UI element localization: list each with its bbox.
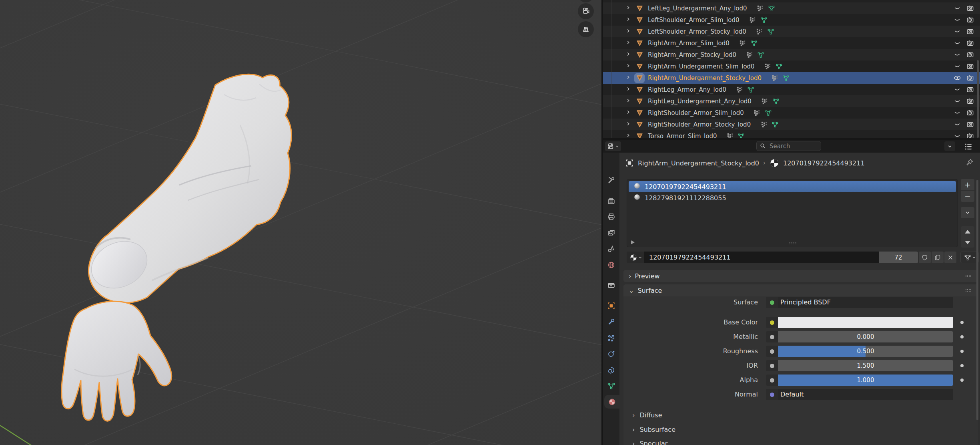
surface-menu[interactable]: Principled BSDF [766, 297, 953, 308]
expand-chevron-icon[interactable] [625, 51, 634, 58]
ior-slider[interactable]: 1.500 [766, 360, 953, 371]
pin-icon[interactable] [966, 158, 974, 166]
header-options-button[interactable] [963, 141, 974, 151]
move-slot-down-button[interactable] [961, 237, 974, 248]
expand-chevron-icon[interactable] [625, 39, 634, 47]
camera-restrict-icon[interactable] [966, 27, 974, 36]
outliner-row[interactable]: RightArm_Undergarment_Slim_lod0 [603, 60, 980, 72]
outliner-row[interactable]: RightArm_Armor_Stocky_lod0 [603, 49, 980, 60]
camera-restrict-icon[interactable] [966, 0, 974, 1]
camera-restrict-icon[interactable] [966, 73, 974, 82]
eye-closed-icon[interactable] [953, 120, 962, 129]
camera-restrict-icon[interactable] [966, 120, 974, 129]
unlink-material-button[interactable] [944, 252, 956, 263]
material-name-field[interactable] [644, 252, 879, 263]
tab-world[interactable] [603, 258, 619, 272]
eye-closed-icon[interactable] [953, 38, 962, 47]
tab-tool[interactable] [603, 173, 619, 187]
editor-type-button[interactable] [605, 141, 621, 151]
eye-open-icon[interactable] [953, 73, 962, 82]
outliner-row[interactable]: RightShoulder_Armor_Slim_lod0 [603, 107, 980, 119]
outliner-row[interactable]: LeftLeg_Undergarment_Any_lod0 [603, 2, 980, 14]
outliner-row[interactable]: LeftShoulder_Armor_Slim_lod0 [603, 14, 980, 26]
outliner-item-label[interactable]: LeftShoulder_Armor_Stocky_lod0 [648, 28, 746, 35]
material-slot[interactable]: 12827981921112288055 [629, 192, 956, 203]
panel-drag-grip[interactable] [965, 274, 972, 278]
expand-chevron-icon[interactable] [625, 74, 634, 82]
outliner-item-label[interactable]: LeftLeg_Undergarment_Any_lod0 [648, 5, 747, 12]
expand-chevron-icon[interactable] [625, 62, 634, 70]
camera-restrict-icon[interactable] [966, 38, 974, 47]
slot-specials-menu[interactable] [961, 207, 974, 218]
eye-closed-icon[interactable] [953, 4, 962, 12]
camera-restrict-icon[interactable] [966, 15, 974, 24]
outliner-row[interactable]: RightShoulder_Armor_Stocky_lod0 [603, 119, 980, 130]
camera-view-gizmo[interactable] [578, 3, 594, 19]
header-collapse-button[interactable] [944, 141, 955, 151]
tab-modifiers[interactable] [603, 315, 619, 328]
camera-restrict-icon[interactable] [966, 131, 974, 138]
outliner-item-label[interactable]: RightShoulder_Armor_Slim_lod0 [648, 109, 744, 117]
material-slot-selected[interactable]: 12070197922454493211 [629, 181, 956, 192]
expand-chevron-icon[interactable] [625, 0, 634, 0]
panel-drag-grip[interactable] [965, 289, 972, 292]
outliner-scrollbar[interactable] [977, 60, 979, 138]
new-material-button[interactable] [932, 252, 944, 263]
preview-panel-header[interactable]: › Preview [623, 270, 978, 282]
outliner-row[interactable]: RightArm_Armor_Slim_lod0 [603, 37, 980, 49]
search-input[interactable] [769, 142, 814, 150]
camera-restrict-icon[interactable] [966, 62, 974, 70]
tab-collection[interactable] [603, 278, 619, 292]
expand-chevron-icon[interactable] [625, 16, 634, 24]
metallic-slider[interactable]: 0.000 [766, 331, 953, 342]
camera-restrict-icon[interactable] [966, 50, 974, 59]
grid-floor-gizmo[interactable] [578, 21, 594, 37]
camera-restrict-icon[interactable] [966, 97, 974, 105]
fake-user-button[interactable] [919, 252, 931, 263]
base-color-swatch[interactable] [766, 317, 953, 328]
expand-chevron-icon[interactable] [625, 4, 634, 12]
tab-constraints[interactable] [603, 363, 619, 377]
list-filter-toggle[interactable] [631, 240, 635, 244]
normal-menu[interactable]: Default [766, 389, 953, 400]
breadcrumb-object[interactable]: RightArm_Undergarment_Stocky_lod0 [638, 159, 759, 167]
subpanel-subsurface[interactable]: ›Subsurface [623, 424, 978, 435]
eye-closed-icon[interactable] [953, 97, 962, 105]
outliner-item-label[interactable]: Torso_Armor_Slim_lod0 [648, 133, 717, 139]
properties-scrollbar[interactable] [976, 180, 978, 420]
browse-material-button[interactable] [627, 252, 644, 263]
eye-closed-icon[interactable] [953, 131, 962, 138]
tab-material[interactable] [604, 395, 619, 409]
tab-physics[interactable] [603, 347, 619, 360]
eye-closed-icon[interactable] [953, 50, 962, 59]
list-resize-grip[interactable] [789, 241, 797, 245]
eye-closed-icon[interactable] [953, 27, 962, 36]
eye-closed-icon[interactable] [953, 85, 962, 94]
animate-decorator-dot[interactable] [960, 321, 964, 324]
expand-chevron-icon[interactable] [625, 132, 634, 138]
add-slot-button[interactable]: + [961, 179, 974, 190]
expand-chevron-icon[interactable] [625, 121, 634, 128]
expand-chevron-icon[interactable] [625, 109, 634, 117]
surface-panel-header[interactable]: ⌄ Surface [623, 284, 978, 296]
eye-closed-icon[interactable] [953, 0, 962, 1]
eye-closed-icon[interactable] [953, 62, 962, 70]
outliner-row-selected[interactable]: RightArm_Undergarment_Stocky_lod0 [603, 72, 980, 84]
expand-chevron-icon[interactable] [625, 28, 634, 35]
camera-restrict-icon[interactable] [966, 85, 974, 94]
outliner-item-label[interactable]: RightLeg_Armor_Any_lod0 [648, 86, 726, 93]
outliner-item-label[interactable]: RightArm_Undergarment_Stocky_lod0 [648, 75, 762, 82]
subpanel-diffuse[interactable]: ›Diffuse [623, 409, 978, 421]
subpanel-specular[interactable]: ›Specular [623, 438, 978, 445]
outliner-item-label[interactable]: RightArm_Armor_Stocky_lod0 [648, 51, 736, 58]
tab-object-data[interactable] [603, 379, 619, 393]
move-slot-up-button[interactable] [961, 226, 974, 237]
tab-scene[interactable] [603, 242, 619, 256]
animate-decorator-dot[interactable] [960, 350, 964, 353]
camera-restrict-icon[interactable] [966, 4, 974, 12]
3d-viewport[interactable] [0, 0, 601, 445]
breadcrumb-material[interactable]: 12070197922454493211 [783, 159, 865, 167]
tab-view-layer[interactable] [603, 226, 619, 240]
expand-chevron-icon[interactable] [625, 97, 634, 105]
alpha-slider[interactable]: 1.000 [766, 375, 953, 386]
